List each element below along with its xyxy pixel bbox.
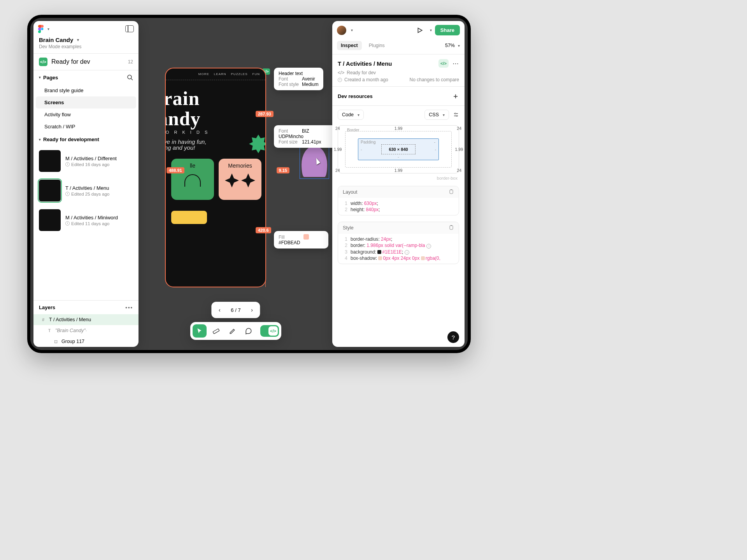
- chevron-down-icon: ▾: [77, 38, 79, 42]
- right-panel: ▾ ▾ Share Inspect Plugins 57%▾ T / Activ…: [332, 21, 465, 347]
- nochanges-label: No changes to compare: [410, 77, 459, 82]
- pager-prev[interactable]: ‹: [214, 304, 225, 316]
- measure-bottom: 420.6: [256, 227, 271, 233]
- dev-resources-header[interactable]: Dev resources＋: [332, 87, 465, 106]
- pages-header[interactable]: ▾ Pages: [33, 70, 139, 84]
- clock-icon: [338, 78, 342, 82]
- tab-inspect[interactable]: Inspect: [337, 41, 362, 50]
- created-label: Created a month ago: [344, 77, 388, 82]
- file-subtitle: Dev Mode examples: [39, 44, 133, 49]
- dev-ready-icon: </>: [438, 59, 449, 68]
- thumbnail: [39, 150, 61, 172]
- svg-rect-3: [213, 329, 219, 334]
- frame-icon: #: [40, 317, 46, 322]
- code-dropdown[interactable]: Code▾: [338, 110, 364, 120]
- help-button[interactable]: ?: [447, 331, 459, 343]
- svg-rect-6: [450, 190, 453, 194]
- svg-point-1: [128, 75, 132, 79]
- measure-top: 287.93: [256, 111, 274, 117]
- chevron-down-icon: ▾: [47, 27, 49, 31]
- zoom-control[interactable]: 57%▾: [445, 43, 460, 48]
- file-name[interactable]: Brain Candy▾: [39, 37, 133, 43]
- caret-down-icon: ▾: [39, 138, 41, 142]
- ready-label: Ready for dev: [51, 58, 90, 65]
- measure-left: 488.91: [167, 167, 184, 173]
- clock-icon: [65, 192, 70, 196]
- ready-for-dev-row[interactable]: </> Ready for dev 12: [33, 54, 139, 70]
- tool-move[interactable]: [193, 324, 207, 338]
- frame-nav: MORELEARN PUZZLESFUN: [166, 68, 265, 80]
- dev-ready-icon: </>: [338, 70, 344, 75]
- measure-right: 9.15: [277, 167, 289, 173]
- more-icon[interactable]: •••: [125, 304, 133, 310]
- rfd-item[interactable]: M / Activities / Different Edited 16 day…: [33, 146, 139, 176]
- figma-menu[interactable]: ▾: [38, 25, 49, 33]
- layer-row[interactable]: ⊡Group 117: [33, 336, 139, 347]
- tooltip-header: Header text FontAvenir Font styleMedium: [274, 68, 323, 90]
- color-swatch: [303, 234, 309, 240]
- layer-row[interactable]: #T / Activities / Menu: [33, 314, 139, 325]
- tab-plugins[interactable]: Plugins: [365, 41, 389, 50]
- svg-rect-9: [451, 225, 452, 226]
- group-icon: ⊡: [53, 339, 58, 344]
- tool-annotate[interactable]: [225, 324, 239, 338]
- code-icon: </>: [268, 326, 278, 336]
- selection-title: T / Activities / Menu: [338, 60, 392, 67]
- tool-comment[interactable]: [242, 324, 256, 338]
- page-scratch-wip[interactable]: Scratch / WIP: [33, 121, 139, 133]
- svg-point-5: [456, 115, 457, 116]
- layers-header[interactable]: Layers•••: [33, 300, 139, 314]
- ready-count: 12: [128, 59, 133, 65]
- measure-rule: [265, 74, 266, 287]
- devmode-toggle[interactable]: </>: [260, 325, 279, 337]
- yellow-button: [171, 211, 207, 224]
- ready-label: Ready for dev: [347, 70, 376, 75]
- box-sizing-label: border-box: [332, 176, 465, 183]
- page-screens[interactable]: Screens: [36, 96, 136, 108]
- copy-icon[interactable]: [449, 189, 454, 195]
- svg-point-4: [454, 113, 456, 114]
- settings-icon[interactable]: [453, 112, 459, 118]
- copy-icon[interactable]: [449, 225, 454, 231]
- tooltip-font: FontBIZ UDPMincho Font size121.41px: [274, 125, 340, 148]
- svg-point-0: [41, 28, 43, 30]
- left-panel: ▾ Brain Candy▾ Dev Mode examples </> Rea…: [33, 21, 139, 347]
- thumbnail: [39, 209, 61, 231]
- hero: Brainandy F O R K I D S elieve in having…: [166, 87, 265, 151]
- thumbnail: [39, 180, 61, 201]
- selected-frame[interactable]: MORELEARN PUZZLESFUN Brainandy F O R K I…: [165, 68, 266, 287]
- pager: ‹ 6 / 7 ›: [211, 302, 260, 318]
- svg-line-2: [131, 79, 133, 80]
- rfd-item[interactable]: T / Activities / Menu Edited 25 days ago: [33, 176, 139, 205]
- layer-row[interactable]: T"Brain Candy"·: [33, 325, 139, 336]
- more-icon[interactable]: ⋯: [452, 60, 459, 67]
- canvas[interactable]: </> MORELEARN PUZZLESFUN Brainandy F O R…: [143, 21, 328, 347]
- page-brand-style-guide[interactable]: Brand style guide: [33, 84, 139, 96]
- lang-dropdown[interactable]: CSS▾: [424, 110, 449, 120]
- page-activity-flow[interactable]: Activity flow: [33, 108, 139, 121]
- clock-icon: [65, 221, 70, 226]
- avatar[interactable]: [337, 26, 346, 35]
- layout-card: Layout 1width: 630px;2height: 840px;: [338, 186, 459, 215]
- rfd-item[interactable]: M / Activities / Miniword Edited 11 days…: [33, 205, 139, 235]
- box-model: Border 24 24 24 24 1.99 1.99 1.99 1.99 P…: [338, 125, 459, 173]
- pager-next[interactable]: ›: [246, 304, 258, 316]
- card-green: lle: [171, 159, 214, 200]
- search-icon[interactable]: [127, 74, 133, 80]
- dev-ready-icon: </>: [39, 58, 47, 66]
- figma-logo-icon: [38, 25, 46, 33]
- style-card: Style 1border-radius: 24px;2border: 1.98…: [338, 222, 459, 264]
- pager-count: 6 / 7: [225, 307, 246, 313]
- share-button[interactable]: Share: [435, 25, 460, 35]
- svg-rect-8: [450, 226, 453, 229]
- present-button[interactable]: [414, 26, 425, 35]
- rfd-header[interactable]: ▾ Ready for development: [33, 133, 139, 146]
- plus-icon[interactable]: ＋: [452, 91, 459, 101]
- svg-rect-7: [451, 189, 452, 190]
- clock-icon: [65, 162, 70, 166]
- card-memories: Memories: [219, 159, 261, 200]
- caret-down-icon: ▾: [39, 75, 41, 79]
- text-icon: T: [47, 328, 52, 333]
- panel-toggle-icon[interactable]: [125, 25, 134, 32]
- tool-measure[interactable]: [209, 324, 223, 338]
